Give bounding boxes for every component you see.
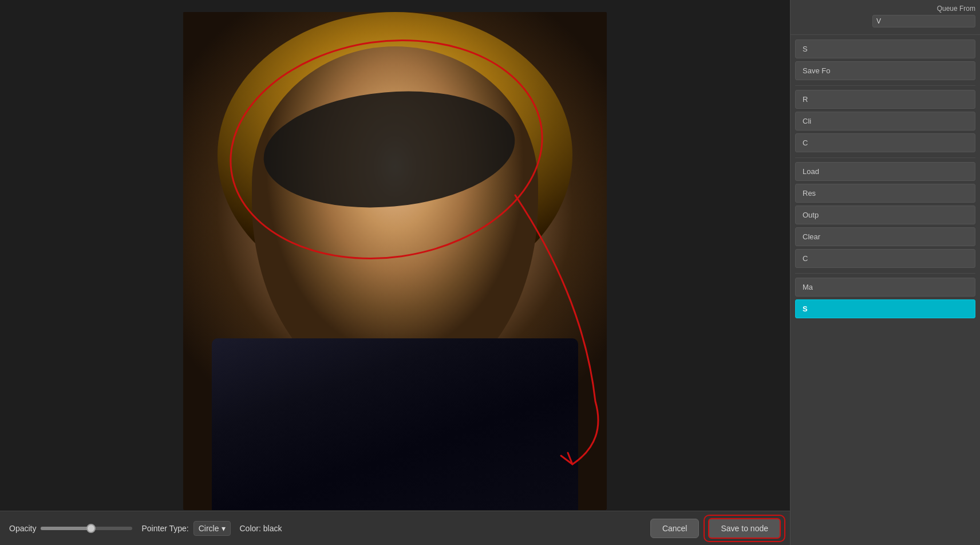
color-label: Color: black <box>240 524 282 533</box>
opacity-label: Opacity <box>9 524 36 533</box>
divider-1 <box>791 34 980 35</box>
main-image[interactable] <box>183 12 607 510</box>
sidebar-btn-c[interactable]: C <box>795 133 975 152</box>
sidebar-btn-load[interactable]: Load <box>795 162 975 181</box>
sidebar-btn-res[interactable]: Res <box>795 184 975 203</box>
right-sidebar: Queue From V S Save Fo R Cli C Load Res … <box>790 0 980 545</box>
opacity-slider-thumb[interactable] <box>86 524 96 533</box>
queue-input[interactable]: V <box>872 15 975 27</box>
sidebar-buttons: S Save Fo R Cli C Load Res Outp Clear C … <box>791 37 980 322</box>
divider-3 <box>795 157 975 158</box>
chevron-down-icon: ▾ <box>222 524 226 533</box>
divider-4 <box>795 273 975 274</box>
save-btn-wrapper: Save to node <box>708 518 781 539</box>
sidebar-btn-r[interactable]: R <box>795 90 975 109</box>
queue-value-row: V <box>795 15 975 27</box>
sidebar-btn-s[interactable]: S <box>795 40 975 58</box>
portrait-jacket <box>212 338 578 510</box>
image-container <box>183 12 607 510</box>
bottom-toolbar: Opacity Pointer Type: Circle ▾ Color: bl… <box>0 511 790 545</box>
canvas-area[interactable]: Opacity Pointer Type: Circle ▾ Color: bl… <box>0 0 790 545</box>
pointer-type-value: Circle <box>199 524 219 533</box>
cancel-button[interactable]: Cancel <box>650 519 700 538</box>
divider-2 <box>795 85 975 86</box>
sidebar-btn-output[interactable]: Outp <box>795 206 975 224</box>
pointer-type-control: Pointer Type: Circle ▾ <box>141 521 230 536</box>
queue-from-row: Queue From <box>795 5 975 13</box>
sidebar-btn-ma[interactable]: Ma <box>795 278 975 297</box>
queue-from-label: Queue From <box>937 5 975 13</box>
sidebar-btn-c2[interactable]: C <box>795 249 975 268</box>
sidebar-top: Queue From V <box>791 0 980 32</box>
sidebar-btn-clear[interactable]: Clear <box>795 227 975 246</box>
color-display[interactable]: Color: black <box>240 524 282 533</box>
sidebar-btn-cli[interactable]: Cli <box>795 112 975 131</box>
sidebar-btn-s2[interactable]: S <box>795 299 975 318</box>
sidebar-btn-save-fo[interactable]: Save Fo <box>795 61 975 80</box>
pointer-type-label: Pointer Type: <box>141 524 188 533</box>
opacity-control: Opacity <box>9 524 132 533</box>
opacity-slider-fill <box>41 527 91 530</box>
opacity-slider[interactable] <box>41 527 132 530</box>
save-to-node-button[interactable]: Save to node <box>708 518 781 539</box>
pointer-type-select[interactable]: Circle ▾ <box>193 521 231 536</box>
